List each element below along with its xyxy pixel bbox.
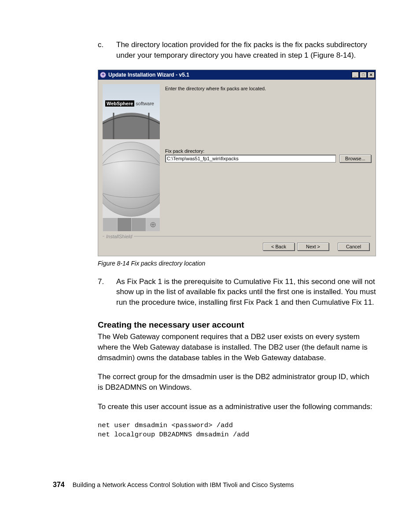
figure-caption: Figure 8-14 Fix packs directory location: [98, 260, 376, 267]
list-item-7: 7. As Fix Pack 1 is the prerequisite to …: [98, 277, 376, 308]
next-button[interactable]: Next >: [297, 243, 329, 251]
command-block: net user dmsadmin <password> /add net lo…: [98, 421, 376, 440]
fixpack-dir-input[interactable]: [165, 155, 336, 162]
list-marker-7: 7.: [98, 277, 116, 308]
close-button[interactable]: ✕: [368, 72, 375, 78]
page-number: 374: [53, 481, 65, 489]
wizard-sidebar-image: WebSphere software ⊕: [103, 84, 160, 231]
installshield-label: InstallShield: [104, 234, 134, 239]
websphere-logo: WebSphere software: [105, 101, 154, 106]
book-title: Building a Network Access Control Soluti…: [73, 481, 294, 488]
cancel-button[interactable]: Cancel: [338, 243, 369, 251]
minimize-button[interactable]: _: [352, 72, 359, 78]
paragraph-1: The Web Gateway component requires that …: [98, 332, 376, 363]
paragraph-3: To create this user account issue as a a…: [98, 402, 376, 412]
wizard-window: ✦ Update Installation Wizard - v5.1 _ □ …: [98, 70, 376, 256]
wizard-prompt: Enter the directory where fix packs are …: [165, 86, 371, 91]
maximize-button[interactable]: □: [360, 72, 367, 78]
page-footer: 374 Building a Network Access Control So…: [53, 481, 376, 489]
app-icon: ✦: [100, 72, 106, 78]
list-marker-c: c.: [98, 40, 116, 61]
window-title: Update Installation Wizard - v5.1: [108, 72, 352, 78]
browse-button[interactable]: Browse...: [339, 155, 371, 162]
list-body-7: As Fix Pack 1 is the prerequisite to Cum…: [116, 277, 376, 308]
window-titlebar: ✦ Update Installation Wizard - v5.1 _ □ …: [98, 70, 376, 80]
list-item-c: c. The directory location provided for t…: [98, 40, 376, 61]
list-body-c: The directory location provided for the …: [116, 40, 376, 61]
back-button[interactable]: < Back: [263, 243, 295, 251]
fixpack-dir-label: Fix pack directory:: [165, 148, 371, 154]
section-heading: Creating the necessary user account: [98, 320, 376, 330]
paragraph-2: The correct group for the dmsadmin user …: [98, 372, 376, 393]
